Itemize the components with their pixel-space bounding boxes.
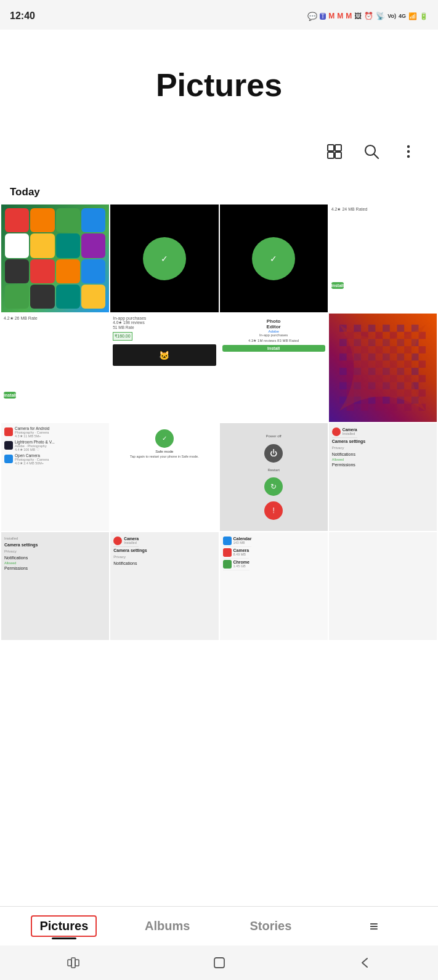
page-header: Pictures xyxy=(0,30,438,181)
nav-pictures-label: Pictures xyxy=(31,915,97,937)
whatsapp-icon: 💬 xyxy=(307,12,317,21)
search-button[interactable] xyxy=(360,140,383,163)
svg-rect-2 xyxy=(328,152,334,158)
photo-cell-4[interactable]: 4.2★ 24 MB Rated Install xyxy=(329,205,437,312)
signal-icon: 📶 xyxy=(408,12,417,20)
photo-cell-8[interactable] xyxy=(329,314,437,421)
photo-cell-12[interactable]: Camera Installed Camera settings Privacy… xyxy=(329,423,437,531)
cast-icon: 📡 xyxy=(376,12,385,20)
status-bar: 12:40 💬 T M M M 🖼 ⏰ 📡 Vo) 4G 📶 🔋 xyxy=(0,0,438,30)
toolbar xyxy=(12,140,426,163)
svg-point-7 xyxy=(407,150,410,153)
gmail-icon-3: M xyxy=(346,12,352,20)
android-home-button[interactable] xyxy=(207,950,232,975)
nav-menu[interactable]: ≡ xyxy=(322,912,426,941)
svg-rect-12 xyxy=(68,960,71,966)
photo-cell-10[interactable]: ✓ Safe mode Tap again to restart your ph… xyxy=(110,423,218,531)
teams-icon: T xyxy=(320,13,326,20)
status-time: 12:40 xyxy=(10,10,35,22)
svg-rect-0 xyxy=(328,145,334,151)
alarm-icon: ⏰ xyxy=(364,12,373,20)
gmail-icon-2: M xyxy=(337,12,343,20)
bottom-nav: Pictures Albums Stories ≡ xyxy=(0,906,438,946)
nav-stories-label: Stories xyxy=(249,919,291,933)
photo-cell-15[interactable]: Calendar 143 MB Camera 8.49 MB Chrome 1.… xyxy=(220,532,328,640)
battery-icon: 🔋 xyxy=(420,12,428,20)
nav-stories[interactable]: Stories xyxy=(219,913,323,939)
volte-icon: Vo) xyxy=(387,13,396,19)
photo-cell-6[interactable]: In-app purchases 4.0★ 198 reviews 51 MB … xyxy=(110,314,218,421)
nav-albums[interactable]: Albums xyxy=(116,913,219,939)
photo-grid: ✓ ✓ 4.2★ 24 MB Rated Install 4.2★ 26 MB … xyxy=(0,205,438,640)
gmail-icon-1: M xyxy=(328,12,335,20)
photo-cell-2[interactable]: ✓ xyxy=(110,205,218,312)
select-button[interactable] xyxy=(323,140,346,163)
svg-point-8 xyxy=(407,155,410,158)
photo-cell-5[interactable]: 4.2★ 26 MB Rate Install xyxy=(1,314,109,421)
photo-cell-9[interactable]: Camera for Android Photography · Camera … xyxy=(1,423,109,531)
page-title: Pictures xyxy=(156,67,282,103)
nav-pictures[interactable]: Pictures xyxy=(12,909,116,943)
photo-cell-3[interactable]: ✓ xyxy=(220,205,328,312)
svg-rect-1 xyxy=(335,145,341,151)
section-today-label: Today xyxy=(0,181,438,205)
photo-cell-16[interactable] xyxy=(329,532,437,640)
photo-cell-14[interactable]: Camera Installed Camera settings Privacy… xyxy=(110,532,218,640)
more-button[interactable] xyxy=(397,140,420,163)
network-icon: 4G xyxy=(399,13,406,19)
svg-point-4 xyxy=(365,145,375,155)
svg-rect-13 xyxy=(71,958,75,968)
status-icons: 💬 T M M M 🖼 ⏰ 📡 Vo) 4G 📶 🔋 xyxy=(307,12,428,21)
svg-rect-3 xyxy=(335,152,341,158)
nav-menu-icon: ≡ xyxy=(370,918,378,935)
photos-icon: 🖼 xyxy=(354,12,362,20)
nav-albums-label: Albums xyxy=(145,919,190,933)
android-back-button[interactable] xyxy=(353,950,378,975)
photo-cell-7[interactable]: PhotoEditor Adobe In-app purchases 4.3★ … xyxy=(220,314,328,421)
svg-rect-14 xyxy=(75,960,79,966)
svg-rect-15 xyxy=(214,958,224,968)
svg-point-6 xyxy=(407,145,410,148)
android-recents-button[interactable] xyxy=(61,950,86,975)
svg-line-5 xyxy=(375,155,379,159)
photo-cell-13[interactable]: Installed Camera settings Privacy Notifi… xyxy=(1,532,109,640)
photo-cell-11[interactable]: Power off ⏻ Restart ↻ ! xyxy=(220,423,328,531)
android-nav xyxy=(0,946,438,980)
photo-cell-1[interactable] xyxy=(1,205,109,312)
